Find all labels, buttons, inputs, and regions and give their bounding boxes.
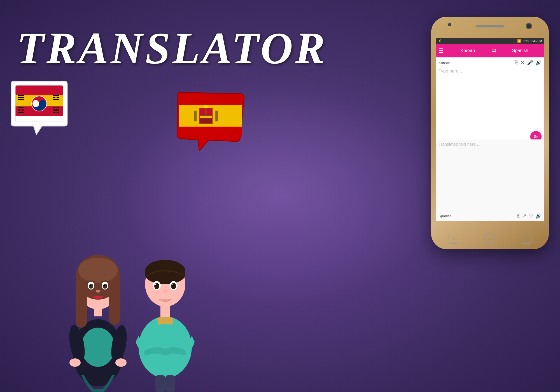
phone-speaker [476, 25, 504, 27]
source-lang-indicator: Korean [438, 61, 450, 65]
back-button[interactable]: ◁ [449, 234, 458, 244]
svg-point-49 [96, 290, 100, 293]
share-icon[interactable]: ↗ [522, 213, 526, 219]
target-language-label[interactable]: Spanish [499, 48, 542, 53]
korean-flag-bubble [8, 81, 70, 137]
svg-point-48 [103, 284, 104, 285]
favorite-icon[interactable]: ♡ [529, 213, 533, 219]
mic-icon[interactable]: 🎤 [527, 60, 533, 66]
clear-icon[interactable]: ✕ [521, 60, 525, 66]
translated-text-placeholder: Translated text here... [438, 142, 542, 146]
svg-point-67 [172, 284, 173, 285]
copy-target-icon[interactable]: ⎘ [517, 213, 520, 219]
phone-nav-buttons: ◁ ○ □ [436, 233, 544, 244]
svg-rect-31 [204, 106, 208, 108]
copy-icon[interactable]: ⎘ [515, 60, 518, 66]
wifi-icon: 📶 [517, 39, 521, 43]
phone-mockup: ⚡ 📶 82% 5:36 PM ☰ Korean ⇄ Spanish Korea… [431, 17, 549, 249]
svg-rect-38 [76, 277, 87, 328]
svg-point-66 [155, 284, 156, 285]
section-divider: G T [436, 137, 544, 137]
svg-point-35 [81, 328, 115, 367]
menu-icon[interactable]: ☰ [438, 47, 444, 54]
target-header: Spanish ⎘ ↗ ♡ 🔊 [438, 211, 542, 219]
svg-rect-70 [165, 375, 175, 392]
listen-target-icon[interactable]: 🔊 [535, 213, 542, 219]
svg-point-63 [171, 283, 176, 289]
listen-icon[interactable]: 🔊 [535, 60, 542, 66]
svg-rect-26 [200, 108, 205, 115]
svg-rect-28 [200, 116, 212, 118]
time-display: 5:36 PM [531, 39, 542, 43]
source-section: Korean ⎘ ✕ 🎤 🔊 Type here... G T [436, 57, 544, 139]
battery-icon: 82% [523, 39, 529, 43]
svg-rect-33 [215, 111, 218, 121]
usb-icon: ⚡ [438, 39, 442, 43]
target-lang-indicator: Spanish [438, 214, 452, 218]
phone-camera-front [526, 23, 532, 29]
svg-rect-29 [200, 118, 212, 123]
svg-point-53 [69, 358, 81, 367]
status-bar: ⚡ 📶 82% 5:36 PM [436, 38, 544, 44]
swap-language-button[interactable]: ⇄ [492, 48, 496, 54]
svg-point-68 [163, 290, 168, 293]
male-character [123, 202, 207, 392]
svg-rect-56 [160, 305, 170, 318]
source-language-label[interactable]: Korean [446, 48, 489, 53]
svg-rect-1 [15, 85, 63, 95]
target-section: Translated text here... Spanish ⎘ ↗ ♡ 🔊 [436, 139, 544, 221]
phone-sensor [448, 23, 451, 26]
svg-point-62 [154, 283, 159, 289]
svg-point-40 [78, 258, 118, 283]
svg-rect-32 [194, 111, 197, 121]
svg-rect-39 [109, 277, 120, 325]
svg-rect-27 [207, 108, 212, 115]
phone-screen: ⚡ 📶 82% 5:36 PM ☰ Korean ⇄ Spanish Korea… [436, 38, 544, 221]
app-toolbar: ☰ Korean ⇄ Spanish [436, 44, 544, 57]
home-button[interactable]: ○ [484, 233, 496, 244]
source-action-icons: ⎘ ✕ 🎤 🔊 [515, 60, 542, 66]
svg-rect-69 [155, 375, 165, 392]
target-action-icons: ⎘ ↗ ♡ 🔊 [517, 213, 542, 219]
svg-rect-50 [94, 305, 102, 316]
svg-point-47 [89, 284, 90, 285]
spanish-flag-bubble [174, 92, 246, 154]
source-input-placeholder[interactable]: Type here... [438, 67, 542, 137]
source-header: Korean ⎘ ✕ 🎤 🔊 [438, 60, 542, 66]
app-title: TRANSLATOR [17, 22, 327, 74]
svg-point-59 [145, 265, 185, 284]
recents-button[interactable]: □ [522, 234, 531, 244]
